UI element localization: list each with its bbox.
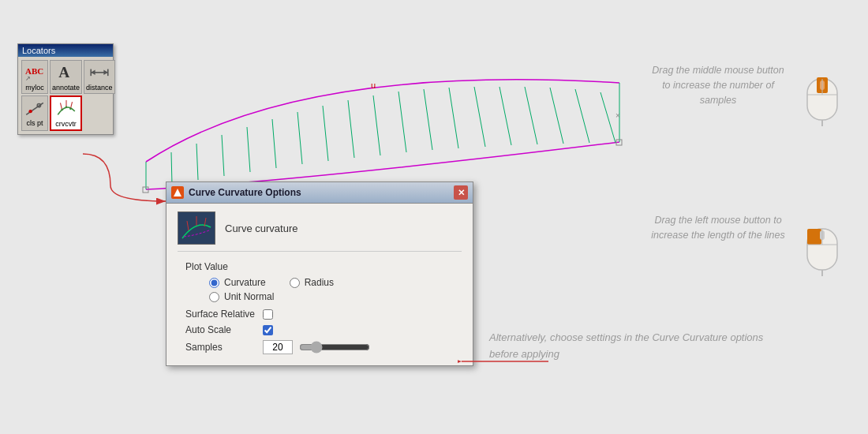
surface-relative-checkbox[interactable] bbox=[263, 309, 273, 320]
svg-line-18 bbox=[171, 152, 172, 185]
mouse-top-text: Drag the middle mouse button to increase… bbox=[651, 63, 785, 107]
dialog-thumbnail bbox=[178, 211, 215, 245]
mouse-top-annotation: Drag the middle mouse button to increase… bbox=[651, 63, 844, 129]
locators-grid: ABC↗ myloc A annotate distance bbox=[18, 57, 113, 134]
dialog-title-text: Curve Curvature Options bbox=[189, 187, 301, 198]
svg-text:×: × bbox=[615, 111, 620, 120]
myloc-icon: ABC↗ bbox=[24, 63, 46, 82]
svg-point-9 bbox=[28, 110, 32, 113]
unit-normal-row: Unit Normal bbox=[209, 291, 462, 302]
crvcvtr-label: crvcvtr bbox=[55, 120, 77, 128]
svg-line-25 bbox=[348, 100, 354, 158]
annotate-label: annotate bbox=[52, 84, 80, 92]
svg-line-22 bbox=[272, 119, 276, 168]
dialog-title-icon bbox=[171, 186, 184, 199]
auto-scale-label: Auto Scale bbox=[185, 324, 256, 335]
surface-relative-row: Surface Relative bbox=[185, 309, 462, 320]
dialog-header-row: Curve curvature bbox=[178, 211, 462, 252]
samples-slider[interactable] bbox=[299, 341, 370, 354]
mouse-left-button-illustration bbox=[801, 213, 844, 279]
distance-label: distance bbox=[86, 84, 113, 92]
svg-text:A: A bbox=[58, 64, 69, 80]
crvcvtr-icon bbox=[55, 99, 77, 118]
locators-title: Locators bbox=[22, 46, 55, 55]
mouse-bottom-text: Drag the left mouse button to increase t… bbox=[651, 213, 785, 243]
svg-line-24 bbox=[323, 106, 328, 161]
mouse-middle-button-illustration bbox=[801, 63, 844, 129]
locators-titlebar: Locators bbox=[18, 44, 113, 57]
svg-line-28 bbox=[424, 89, 432, 150]
samples-input[interactable]: 20 bbox=[263, 340, 293, 354]
dialog-close-button[interactable]: ✕ bbox=[454, 185, 468, 200]
svg-marker-42 bbox=[174, 189, 181, 196]
svg-line-34 bbox=[575, 89, 589, 143]
radius-radio-label: Radius bbox=[305, 277, 334, 288]
svg-line-32 bbox=[525, 87, 537, 144]
dialog-curve-label: Curve curvature bbox=[225, 223, 297, 234]
svg-line-27 bbox=[398, 92, 406, 152]
svg-line-20 bbox=[222, 135, 224, 176]
svg-point-15 bbox=[65, 107, 67, 109]
locator-item-myloc[interactable]: ABC↗ myloc bbox=[21, 60, 48, 94]
auto-scale-checkbox[interactable] bbox=[263, 325, 273, 335]
svg-point-14 bbox=[61, 109, 63, 111]
svg-rect-55 bbox=[807, 229, 821, 245]
locator-item-distance[interactable]: distance bbox=[84, 60, 115, 94]
plot-value-label: Plot Value bbox=[185, 261, 462, 272]
plot-value-section: Plot Value Curvature Radius Unit Normal bbox=[178, 261, 462, 302]
unit-normal-radio[interactable] bbox=[209, 292, 219, 302]
samples-label: Samples bbox=[185, 342, 256, 353]
svg-text:↗: ↗ bbox=[25, 75, 31, 81]
curvature-radio[interactable] bbox=[209, 278, 219, 288]
locators-panel: Locators ABC↗ myloc A annotate bbox=[17, 43, 114, 135]
curvature-radio-label: Curvature bbox=[224, 277, 266, 288]
annotate-icon: A bbox=[55, 63, 77, 82]
svg-line-29 bbox=[449, 88, 458, 148]
auto-scale-row: Auto Scale bbox=[185, 324, 462, 335]
locator-item-crvcvtr[interactable]: crvcvtr bbox=[50, 95, 82, 131]
unit-normal-label: Unit Normal bbox=[224, 291, 274, 302]
svg-line-30 bbox=[474, 87, 485, 147]
myloc-label: myloc bbox=[25, 84, 44, 92]
mouse-bottom-annotation: Drag the left mouse button to increase t… bbox=[651, 213, 844, 279]
svg-line-33 bbox=[550, 88, 563, 144]
svg-line-31 bbox=[499, 87, 511, 145]
samples-row: Samples 20 bbox=[185, 340, 462, 354]
svg-line-21 bbox=[247, 127, 250, 172]
svg-line-19 bbox=[196, 144, 198, 180]
clspt-label: cls pt bbox=[26, 119, 43, 127]
clspt-icon bbox=[24, 99, 46, 118]
svg-text:u: u bbox=[371, 80, 376, 90]
locator-item-annotate[interactable]: A annotate bbox=[50, 60, 82, 94]
curve-curvature-dialog: Curve Curvature Options ✕ Curve curvatur… bbox=[166, 181, 473, 366]
radius-radio[interactable] bbox=[290, 278, 300, 288]
dialog-body: Curve curvature Plot Value Curvature Rad… bbox=[166, 204, 473, 365]
svg-line-23 bbox=[297, 112, 302, 164]
locator-item-clspt[interactable]: cls pt bbox=[21, 95, 48, 131]
svg-line-35 bbox=[600, 92, 615, 143]
surface-relative-label: Surface Relative bbox=[185, 309, 256, 320]
annotation-text: Alternatively, choose settings in the Cu… bbox=[489, 330, 789, 363]
svg-line-11 bbox=[60, 103, 62, 110]
svg-line-43 bbox=[187, 221, 189, 230]
distance-icon bbox=[88, 63, 110, 82]
dialog-titlebar: Curve Curvature Options ✕ bbox=[166, 182, 473, 204]
svg-line-26 bbox=[373, 95, 380, 155]
svg-point-16 bbox=[69, 108, 72, 110]
